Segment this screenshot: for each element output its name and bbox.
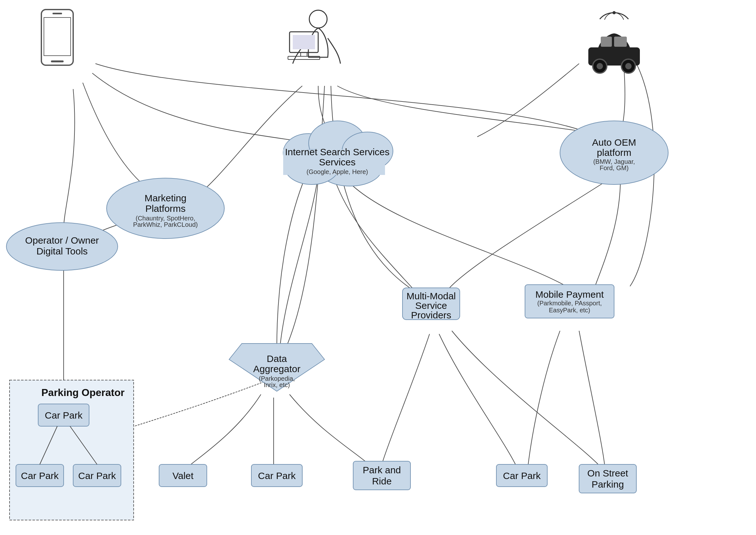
internet-search-label: Internet Search Services — [285, 147, 390, 157]
internet-search-sub: (Google, Apple, Here) — [306, 168, 368, 175]
multi-modal-label2: Service — [415, 300, 447, 311]
auto-oem-sub1: (BMW, Jaguar, — [593, 158, 635, 165]
data-aggregator-label1: Data — [267, 353, 287, 364]
internet-search-label2: Services — [319, 157, 355, 167]
car-park-right-label: Car Park — [503, 470, 541, 481]
park-ride-label1: Park and — [363, 465, 401, 475]
auto-oem-node: Auto OEM platform (BMW, Jaguar, Ford, GM… — [560, 121, 668, 184]
auto-oem-sub2: Ford, GM) — [599, 164, 628, 171]
parking-operator-title: Parking Operator — [42, 387, 125, 398]
marketing-sub2: ParkWhiz, ParkCLoud) — [133, 221, 198, 228]
on-street-label2: Parking — [592, 479, 624, 490]
car-park-br-label: Car Park — [78, 470, 116, 481]
operator-owner-node: Operator / Owner Digital Tools — [6, 223, 118, 270]
mobile-payment-node: Mobile Payment (Parkmobile, PAssport, Ea… — [525, 285, 614, 318]
svg-rect-30 — [10, 380, 134, 520]
smartphone-icon — [42, 10, 73, 65]
internet-search-node: Internet Search Services Services (Googl… — [283, 121, 393, 186]
diagram: Internet Search Services Services (Googl… — [0, 0, 756, 535]
car-park-right-node: Car Park — [496, 465, 547, 487]
parking-operator-group: Parking Operator Car Park Car Park Car P… — [10, 380, 134, 520]
valet-label: Valet — [172, 470, 194, 481]
svg-point-16 — [625, 63, 631, 69]
data-aggregator-sub2: Inrix, etc) — [264, 381, 290, 388]
mobile-payment-sub2: EasyPark, etc) — [549, 307, 590, 314]
valet-node: Valet — [159, 465, 207, 487]
marketing-label2: Platforms — [145, 203, 186, 214]
mobile-payment-sub1: (Parkmobile, PAssport, — [537, 300, 602, 307]
svg-rect-7 — [301, 52, 307, 56]
data-aggregator-sub1: (Parkopedia, — [259, 375, 295, 382]
marketing-platforms-node: Marketing Platforms (Chauntry, SpotHero,… — [106, 178, 224, 239]
svg-point-14 — [596, 63, 603, 69]
svg-rect-6 — [293, 35, 315, 49]
operator-label2: Digital Tools — [36, 246, 88, 256]
auto-oem-label2: platform — [597, 147, 631, 158]
data-aggregator-label2: Aggregator — [253, 364, 300, 374]
mobile-payment-label1: Mobile Payment — [535, 289, 604, 300]
park-ride-node: Park and Ride — [353, 461, 410, 490]
marketing-label1: Marketing — [144, 193, 187, 203]
marketing-sub1: (Chauntry, SpotHero, — [135, 215, 195, 222]
car-park-mid-node: Car Park — [251, 465, 302, 487]
on-street-node: On Street Parking — [579, 465, 636, 493]
svg-point-9 — [613, 11, 616, 14]
connected-car-icon — [589, 11, 640, 73]
on-street-label1: On Street — [587, 468, 628, 478]
car-park-bl-label: Car Park — [21, 470, 59, 481]
svg-rect-0 — [42, 10, 73, 65]
data-aggregator-node: Data Aggregator (Parkopedia, Inrix, etc) — [229, 344, 325, 391]
multi-modal-label1: Multi-Modal — [406, 291, 456, 301]
svg-rect-12 — [614, 37, 627, 47]
person-computer-icon — [288, 10, 340, 64]
operator-label1: Operator / Owner — [25, 235, 99, 245]
svg-rect-1 — [51, 60, 64, 62]
svg-rect-11 — [601, 37, 612, 47]
multi-modal-node: Multi-Modal Service Providers — [402, 288, 460, 320]
car-park-main-label: Car Park — [45, 410, 83, 420]
car-park-mid-label: Car Park — [258, 470, 296, 481]
auto-oem-label1: Auto OEM — [592, 137, 636, 148]
multi-modal-label3: Providers — [411, 310, 451, 320]
park-ride-label2: Ride — [372, 476, 392, 486]
svg-point-4 — [309, 10, 327, 28]
svg-rect-2 — [52, 13, 62, 14]
svg-rect-3 — [44, 17, 71, 56]
